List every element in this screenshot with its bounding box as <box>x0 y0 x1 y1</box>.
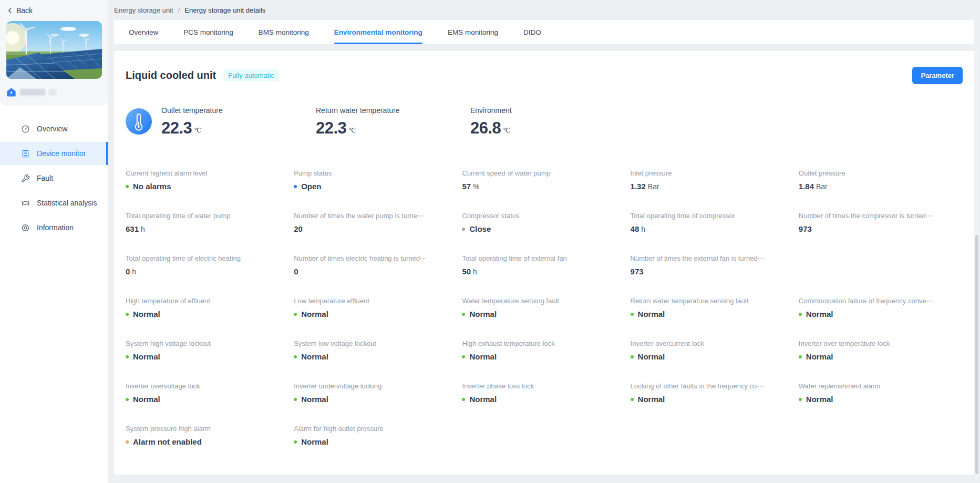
metric-inverter-phase-loss-lock: Inverter phase loss lockNormal <box>462 382 626 406</box>
status-dot-green <box>631 313 634 316</box>
metrics-grid: Current highest alarm levelNo alarmsPump… <box>126 169 963 467</box>
scrollbar-thumb[interactable] <box>975 235 978 474</box>
metric-label: Number of times the compressor is turned… <box>799 212 963 220</box>
metric-value: Normal <box>133 310 160 318</box>
sidebar-item-label: Information <box>37 223 74 232</box>
sidebar-item-label: Statistical analysis <box>37 199 97 207</box>
device-monitor-icon <box>21 149 30 158</box>
metric-inverter-overcurrent-lock: Inverter overcurrent lockNormal <box>631 340 795 363</box>
metric-value: 57 <box>462 182 471 191</box>
metric-value-row: 57% <box>462 182 626 191</box>
mode-badge: Fully automatic <box>223 69 278 81</box>
sidebar-item-fault[interactable]: Fault <box>0 167 108 190</box>
main-area: Energy storage unit / Energy storage uni… <box>109 0 980 483</box>
metric-unit: h <box>473 268 477 276</box>
status-dot-blue <box>294 185 297 188</box>
sidebar-item-label: Overview <box>37 125 67 133</box>
temp-label: Return water temperature <box>316 106 470 115</box>
sidebar-item-information[interactable]: Information <box>0 216 108 239</box>
metric-unit: Bar <box>648 182 659 191</box>
metric-label: Total operating time of electric heating <box>126 254 290 262</box>
metric-value-row: Normal <box>799 352 963 361</box>
site-photo <box>6 21 102 79</box>
gauge-icon <box>21 125 30 133</box>
metric-value-row: 0h <box>126 267 290 276</box>
metric-label: Inverter over temperature lock <box>799 340 963 347</box>
metric-locking-of-other-faults-in-the-frequency-co: Locking of other faults in the frequency… <box>631 382 795 406</box>
metric-current-speed-of-water-pump: Current speed of water pump57% <box>462 169 626 193</box>
tab-ems-monitoring[interactable]: EMS monitoring <box>435 20 511 44</box>
metric-label: Low temperature effluent <box>294 297 458 305</box>
sidebar-item-overview[interactable]: Overview <box>0 117 108 140</box>
metric-value-row: Normal <box>126 395 290 404</box>
sidebar-item-statistical-analysis[interactable]: Statistical analysis <box>0 191 108 214</box>
metric-value-row: 20 <box>294 224 458 233</box>
tab-bms-monitoring[interactable]: BMS monitoring <box>246 20 322 44</box>
metric-value: 0 <box>294 267 298 276</box>
breadcrumb: Energy storage unit / Energy storage uni… <box>109 0 980 20</box>
tab-bar: OverviewPCS monitoringBMS monitoringEnvi… <box>114 20 974 44</box>
metric-compressor-status: Compressor statusClose <box>462 212 626 235</box>
scrollbar-track[interactable] <box>974 48 979 480</box>
temp-value: 26.8 <box>470 119 501 137</box>
metric-value-row: 50h <box>462 267 626 276</box>
metric-unit: Bar <box>816 182 828 191</box>
metric-label: Return water temperature sensing fault <box>631 297 795 305</box>
metric-inverter-undervoltage-locking: Inverter undervoltage lockingNormal <box>294 382 458 406</box>
metric-low-temperature-effluent: Low temperature effluentNormal <box>294 297 458 321</box>
temp-card-return-water-temperature: Return water temperature22.3℃ <box>316 106 470 138</box>
gear-icon <box>21 223 30 232</box>
metric-value: Normal <box>638 352 665 361</box>
tab-dido[interactable]: DIDO <box>511 20 554 44</box>
metric-number-of-times-the-external-fan-is-turned: Number of times the external fan is turn… <box>631 254 795 278</box>
metric-value-row: Normal <box>462 310 626 318</box>
breadcrumb-item-current: Energy storage unit details <box>184 6 265 14</box>
metric-label: High exhaust temperature lock <box>462 340 626 347</box>
metric-value: Normal <box>638 395 665 404</box>
page-title: Liquid cooled unit <box>126 69 216 81</box>
metric-value: Normal <box>301 395 328 404</box>
breadcrumb-item-parent[interactable]: Energy storage unit <box>114 6 173 14</box>
metric-inlet-pressure: Inlet pressure1.32Bar <box>631 169 795 193</box>
tab-pcs-monitoring[interactable]: PCS monitoring <box>171 20 246 44</box>
metric-value-row: 48h <box>631 224 795 233</box>
tab-overview[interactable]: Overview <box>116 20 171 44</box>
status-dot-green <box>799 398 802 401</box>
metric-label: Water temperature sensing fault <box>462 297 626 305</box>
metric-value: 973 <box>631 267 644 276</box>
temp-unit: ℃ <box>503 127 510 134</box>
metric-outlet-pressure: Outlet pressure1.84Bar <box>799 169 963 193</box>
metric-high-temperature-of-effluent: High temperature of effluentNormal <box>126 297 290 321</box>
metric-unit: h <box>132 268 136 276</box>
metric-label: Inverter phase loss lock <box>462 382 626 390</box>
back-button[interactable]: Back <box>6 4 101 21</box>
temp-label: Outlet temperature <box>161 106 316 115</box>
metric-value: 50 <box>462 267 471 276</box>
metric-value-row: Normal <box>126 352 290 361</box>
metric-label: Water replenishment alarm <box>799 382 963 390</box>
metric-empty <box>799 425 963 448</box>
metric-unit: h <box>141 225 145 233</box>
metric-value-row: Normal <box>294 310 458 318</box>
metric-label: Total operating time of water pump <box>126 212 290 220</box>
temp-unit: ℃ <box>348 127 355 134</box>
metric-inverter-over-temperature-lock: Inverter over temperature lockNormal <box>799 340 963 363</box>
parameter-button[interactable]: Parameter <box>912 67 963 84</box>
home-icon <box>6 87 16 97</box>
tab-environmental-monitoring[interactable]: Environmental monitoring <box>322 20 435 44</box>
metric-label: Locking of other faults in the frequency… <box>631 382 795 390</box>
metric-label: Inlet pressure <box>631 169 795 177</box>
metric-pump-status: Pump statusOpen <box>294 169 458 193</box>
metric-label: System low voltage lockout <box>294 340 458 347</box>
metric-unit: h <box>641 225 645 233</box>
metric-value-row: Normal <box>799 395 963 404</box>
metric-value-row: Open <box>294 182 458 191</box>
temp-label: Environment <box>470 106 639 115</box>
metric-value-row: 1.84Bar <box>799 182 963 191</box>
metric-total-operating-time-of-electric-heating: Total operating time of electric heating… <box>126 254 290 278</box>
metric-value: Normal <box>301 352 328 361</box>
sidebar-item-label: Device monitor <box>37 149 86 158</box>
metric-high-exhaust-temperature-lock: High exhaust temperature lockNormal <box>462 340 626 363</box>
sidebar-item-device-monitor[interactable]: Device monitor <box>0 142 108 165</box>
metric-number-of-times-the-compressor-is-turned: Number of times the compressor is turned… <box>799 212 963 235</box>
